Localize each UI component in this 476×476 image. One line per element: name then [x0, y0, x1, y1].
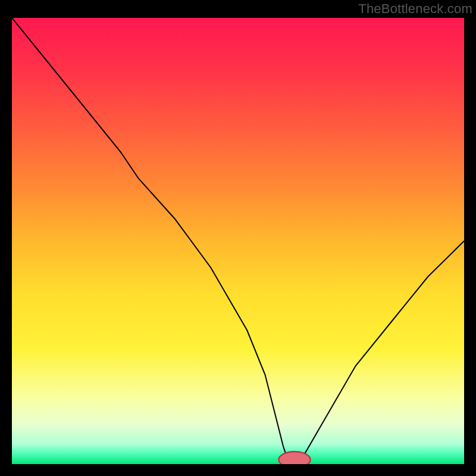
plot-area — [12, 18, 464, 464]
gradient-background — [12, 18, 464, 464]
chart-svg — [12, 18, 464, 464]
chart-frame: TheBottleneck.com — [0, 0, 476, 476]
optimal-marker — [278, 452, 310, 464]
watermark-text: TheBottleneck.com — [358, 1, 472, 17]
